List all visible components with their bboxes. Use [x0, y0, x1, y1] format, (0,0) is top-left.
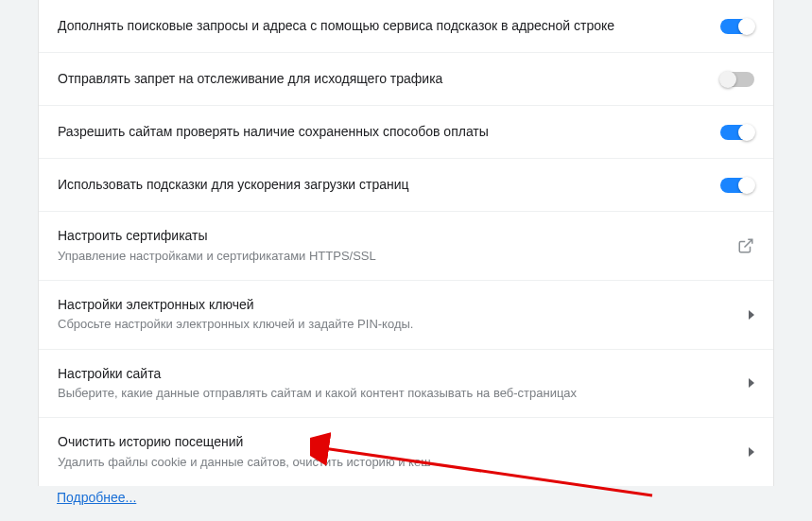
- row-title: Настройки сайта: [58, 365, 734, 384]
- chevron-right-icon: [749, 447, 754, 457]
- row-text: Настроить сертификаты Управление настрой…: [58, 227, 737, 265]
- row-subtitle: Управление настройками и сертификатами H…: [58, 248, 722, 265]
- row-text: Очистить историю посещений Удалить файлы…: [58, 433, 749, 471]
- row-title: Дополнять поисковые запросы и адреса с п…: [58, 17, 705, 36]
- row-title: Настроить сертификаты: [58, 227, 722, 246]
- setting-row-clear-history[interactable]: Очистить историю посещений Удалить файлы…: [39, 418, 773, 486]
- setting-row-site-settings[interactable]: Настройки сайта Выберите, какие данные о…: [39, 350, 773, 419]
- toggle-do-not-track[interactable]: [720, 72, 754, 87]
- row-title: Настройки электронных ключей: [58, 296, 734, 315]
- chevron-right-icon: [749, 310, 754, 320]
- setting-row-security-keys[interactable]: Настройки электронных ключей Сбросьте на…: [39, 281, 773, 350]
- row-text: Использовать подсказки для ускорения заг…: [58, 176, 720, 195]
- row-text: Дополнять поисковые запросы и адреса с п…: [58, 17, 720, 36]
- row-title: Очистить историю посещений: [58, 433, 734, 452]
- row-subtitle: Удалить файлы cookie и данные сайтов, оч…: [58, 454, 734, 471]
- setting-row-do-not-track[interactable]: Отправлять запрет на отслеживание для ис…: [39, 53, 773, 106]
- settings-panel: Дополнять поисковые запросы и адреса с п…: [38, 0, 774, 486]
- row-title: Разрешить сайтам проверять наличие сохра…: [58, 123, 705, 142]
- svg-line-0: [745, 239, 752, 247]
- row-subtitle: Сбросьте настройки электронных ключей и …: [58, 316, 734, 333]
- setting-row-preload-hints[interactable]: Использовать подсказки для ускорения заг…: [39, 159, 773, 212]
- row-text: Отправлять запрет на отслеживание для ис…: [58, 70, 720, 89]
- chevron-right-icon: [749, 378, 754, 388]
- setting-row-certificates[interactable]: Настроить сертификаты Управление настрой…: [39, 212, 773, 281]
- toggle-preload-hints[interactable]: [720, 178, 754, 193]
- toggle-payment-methods[interactable]: [720, 125, 754, 140]
- row-subtitle: Выберите, какие данные отправлять сайтам…: [58, 385, 734, 402]
- row-title: Использовать подсказки для ускорения заг…: [58, 176, 705, 195]
- row-text: Разрешить сайтам проверять наличие сохра…: [58, 123, 720, 142]
- row-title: Отправлять запрет на отслеживание для ис…: [58, 70, 705, 89]
- row-text: Настройки сайта Выберите, какие данные о…: [58, 365, 749, 403]
- learn-more-link[interactable]: Подробнее...: [0, 486, 136, 505]
- external-link-icon: [737, 237, 754, 254]
- row-text: Настройки электронных ключей Сбросьте на…: [58, 296, 749, 334]
- setting-row-autocomplete[interactable]: Дополнять поисковые запросы и адреса с п…: [39, 0, 773, 53]
- setting-row-payment-methods[interactable]: Разрешить сайтам проверять наличие сохра…: [39, 106, 773, 159]
- toggle-autocomplete[interactable]: [720, 19, 754, 34]
